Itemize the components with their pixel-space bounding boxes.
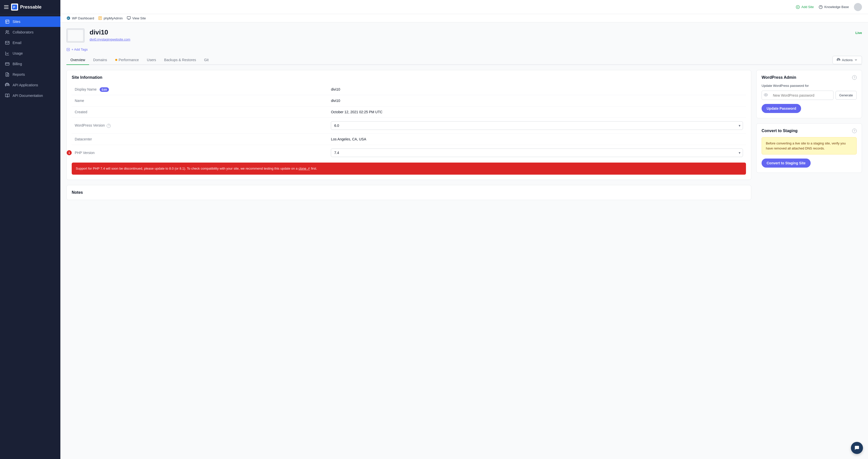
datacenter-label: Datacenter bbox=[72, 134, 328, 145]
name-label: Name bbox=[72, 95, 328, 106]
convert-to-staging-card: Convert to Staging ? Before converting a… bbox=[756, 123, 862, 173]
staging-warning-text: Before converting a live site to a stagi… bbox=[762, 137, 857, 154]
created-label: Created bbox=[72, 106, 328, 118]
new-password-input[interactable] bbox=[770, 91, 833, 100]
topbar-right: Add Site Knowledge Base bbox=[796, 3, 862, 11]
sidebar-logo: P Pressable bbox=[11, 3, 41, 10]
tab-backups[interactable]: Backups & Restores bbox=[160, 55, 200, 65]
wordpress-admin-header: WordPress Admin ? bbox=[762, 75, 857, 80]
sidebar-item-api-documentation[interactable]: API Documentation bbox=[0, 90, 60, 101]
table-row: WordPress Version ? 5.8 5.9 6.0 bbox=[72, 118, 746, 134]
tab-domains[interactable]: Domains bbox=[89, 55, 111, 65]
tab-git[interactable]: Git bbox=[200, 55, 213, 65]
tab-overview[interactable]: Overview bbox=[66, 55, 89, 65]
phpmyadmin-label: phpMyAdmin bbox=[104, 17, 123, 20]
wp-version-select[interactable]: 5.8 5.9 6.0 6.1 6.2 bbox=[331, 121, 743, 130]
view-site-button[interactable]: View Site bbox=[127, 16, 146, 20]
sidebar-item-reports-label: Reports bbox=[12, 72, 25, 76]
sidebar-item-sites[interactable]: Sites bbox=[0, 17, 60, 27]
notes-card: Notes bbox=[66, 185, 751, 200]
hamburger-menu[interactable] bbox=[4, 5, 8, 9]
sidebar-item-usage-label: Usage bbox=[12, 51, 23, 55]
wp-dashboard-label: WP Dashboard bbox=[72, 17, 94, 20]
right-panel: WordPress Admin ? Update WordPress passw… bbox=[756, 70, 862, 200]
svg-point-21 bbox=[838, 59, 839, 60]
knowledge-base-button[interactable]: Knowledge Base bbox=[819, 5, 849, 9]
sidebar-item-usage[interactable]: Usage bbox=[0, 48, 60, 59]
sidebar-item-billing-label: Billing bbox=[12, 62, 22, 66]
php-version-select-wrap: 7.4 8.0 8.1 8.2 bbox=[331, 149, 743, 157]
password-input-wrap bbox=[762, 91, 834, 100]
tab-performance-label: Performance bbox=[119, 58, 139, 62]
table-row: 1 PHP Version 7.4 8.0 8.1 bbox=[72, 145, 746, 161]
wordpress-admin-title: WordPress Admin bbox=[762, 75, 796, 80]
site-information-title: Site Information bbox=[72, 75, 746, 80]
convert-to-staging-button[interactable]: Convert to Staging Site bbox=[762, 158, 811, 167]
wp-version-select-wrap: 5.8 5.9 6.0 6.1 6.2 bbox=[331, 121, 743, 130]
tab-git-label: Git bbox=[204, 58, 209, 62]
two-col-layout: Site Information Display Name Edit divi1… bbox=[66, 70, 862, 200]
sidebar-item-api-applications[interactable]: API Applications bbox=[0, 80, 60, 90]
phpmyadmin-button[interactable]: phpMyAdmin bbox=[98, 16, 123, 20]
svg-rect-4 bbox=[5, 41, 9, 44]
secondary-bar: W WP Dashboard phpMyAdmin View Site bbox=[60, 14, 868, 22]
wp-version-label: WordPress Version ? bbox=[72, 118, 328, 134]
user-avatar[interactable] bbox=[854, 3, 862, 11]
display-name-value: divi10 bbox=[328, 84, 746, 95]
site-status-badge: Live bbox=[856, 30, 862, 35]
convert-to-staging-help-icon[interactable]: ? bbox=[852, 129, 857, 133]
site-information-table: Display Name Edit divi10 Name divi10 Cre… bbox=[72, 84, 746, 160]
tab-users[interactable]: Users bbox=[143, 55, 160, 65]
performance-dot bbox=[115, 59, 117, 61]
sidebar-item-collaborators[interactable]: Collaborators bbox=[0, 27, 60, 37]
table-row: Name divi10 bbox=[72, 95, 746, 106]
knowledge-base-label: Knowledge Base bbox=[824, 5, 849, 9]
tab-users-label: Users bbox=[147, 58, 156, 62]
wordpress-admin-help-icon[interactable]: ? bbox=[852, 75, 857, 80]
add-site-button[interactable]: Add Site bbox=[796, 5, 814, 9]
display-name-label: Display Name Edit bbox=[72, 84, 328, 95]
site-information-card: Site Information Display Name Edit divi1… bbox=[66, 70, 751, 180]
php-warning-text: Support for PHP 7.4 will soon be discont… bbox=[76, 166, 299, 171]
tab-performance[interactable]: Performance bbox=[111, 55, 143, 65]
php-warning-banner: Support for PHP 7.4 will soon be discont… bbox=[72, 162, 746, 175]
table-row: Datacenter Los Angeles, CA, USA bbox=[72, 134, 746, 145]
site-thumbnail bbox=[66, 28, 85, 42]
php-warning-text-end: first. bbox=[310, 166, 317, 171]
wp-version-help-icon[interactable]: ? bbox=[107, 124, 111, 128]
svg-point-22 bbox=[765, 94, 766, 95]
add-tags-button[interactable]: + Add Tags bbox=[66, 48, 862, 51]
sidebar-item-sites-label: Sites bbox=[12, 20, 20, 24]
site-url-link[interactable]: divi0.mystagingwebsite.com bbox=[90, 37, 130, 41]
svg-rect-5 bbox=[5, 63, 9, 65]
chat-button[interactable] bbox=[851, 442, 863, 454]
tab-backups-label: Backups & Restores bbox=[164, 58, 196, 62]
add-site-label: Add Site bbox=[801, 5, 814, 9]
show-password-icon[interactable] bbox=[762, 91, 770, 100]
tab-domains-label: Domains bbox=[93, 58, 107, 62]
update-password-button[interactable]: Update Password bbox=[762, 104, 801, 113]
site-name: divi10 bbox=[90, 28, 108, 36]
main-content: Add Site Knowledge Base W WP Dashboard p… bbox=[60, 0, 868, 459]
generate-password-button[interactable]: Generate bbox=[836, 91, 857, 100]
tab-overview-label: Overview bbox=[70, 58, 85, 62]
notes-title: Notes bbox=[72, 190, 746, 195]
convert-to-staging-header: Convert to Staging ? bbox=[762, 129, 857, 133]
app-name: Pressable bbox=[20, 4, 41, 10]
edit-display-name-badge[interactable]: Edit bbox=[100, 87, 109, 92]
actions-dropdown-button[interactable]: Actions bbox=[833, 56, 862, 64]
clone-link[interactable]: clone ↗ bbox=[299, 166, 310, 171]
svg-rect-2 bbox=[5, 20, 9, 23]
sidebar-item-collaborators-label: Collaborators bbox=[12, 30, 33, 34]
php-version-select[interactable]: 7.4 8.0 8.1 8.2 bbox=[331, 149, 743, 157]
site-info: divi10 Live divi0.mystagingwebsite.com bbox=[90, 28, 862, 41]
wp-version-select-cell: 5.8 5.9 6.0 6.1 6.2 bbox=[328, 118, 746, 134]
sidebar-item-reports[interactable]: Reports bbox=[0, 69, 60, 80]
left-column: Site Information Display Name Edit divi1… bbox=[66, 70, 751, 200]
sidebar-item-email[interactable]: Email bbox=[0, 37, 60, 48]
sidebar-item-billing[interactable]: Billing bbox=[0, 59, 60, 69]
sidebar-nav: Sites Collaborators Email Usage Billing … bbox=[0, 14, 60, 103]
add-tags-label: + Add Tags bbox=[71, 48, 88, 51]
wordpress-admin-card: WordPress Admin ? Update WordPress passw… bbox=[756, 70, 862, 118]
wp-dashboard-button[interactable]: W WP Dashboard bbox=[66, 16, 94, 20]
